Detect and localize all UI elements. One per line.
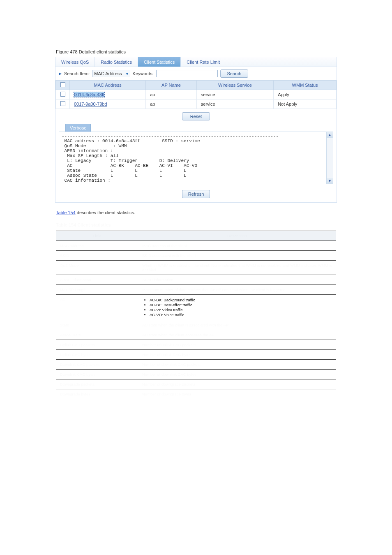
table-row: AC AC-BK: Background traffic AC-BE: Best… — [56, 295, 336, 320]
verbose-output-area: ----------------------------------------… — [59, 132, 333, 184]
refresh-row: Refresh — [55, 184, 337, 202]
stats-panel: Wireless QoS Radio Statistics Client Sta… — [55, 57, 337, 203]
keywords-label: Keywords: — [133, 71, 154, 76]
list-item: AC-BE: Best-effort traffic — [150, 303, 332, 307]
description-table: Field Description MAC addressMAC address… — [56, 231, 336, 399]
col-mac: MAC Address — [70, 81, 146, 90]
table-row: Uplink CAC packetsNumber of uplink CAC p… — [56, 340, 336, 350]
list-item: AC-VO: Voice traffic — [150, 312, 332, 317]
mac-link[interactable]: 0014-6c8a-43ff — [74, 92, 104, 97]
table-row: Downgrade bytesNumber of downgrade bytes — [56, 389, 336, 399]
refresh-button[interactable]: Refresh — [182, 190, 210, 198]
table-row: 0017-9a00-79bd ap service Not Apply — [56, 99, 337, 109]
col-svc: Wireless Service — [196, 81, 273, 90]
search-item-select[interactable]: MAC Address ▾ — [92, 70, 130, 77]
table-row: SSIDSSID associated with the client — [56, 251, 336, 261]
table-row: Assoc StateAC state when the client acce… — [56, 330, 336, 340]
table-row: 0014-6c8a-43ff ap service Apply — [56, 90, 337, 99]
cell-ap: ap — [146, 99, 197, 109]
th-field: Field — [56, 231, 138, 241]
scrollbar[interactable]: ▲ ▼ — [326, 132, 333, 184]
cell-wmm: Not Apply — [274, 99, 337, 109]
verbose-bar: Verbose — [55, 124, 337, 132]
keywords-input[interactable] — [156, 70, 218, 77]
col-ap: AP Name — [146, 81, 197, 90]
th-desc: Description — [138, 231, 336, 241]
tab-client-statistics[interactable]: Client Statistics — [138, 57, 181, 67]
chevron-down-icon: ▾ — [126, 72, 128, 76]
list-item: AC-VI: Video traffic — [150, 308, 332, 312]
table-ref-suffix: describes the client statistics. — [76, 210, 136, 215]
reset-row: Reset — [55, 109, 337, 124]
select-all-checkbox[interactable] — [60, 82, 65, 87]
col-wmm: WMM Status — [274, 81, 337, 90]
search-item-select-value: MAC Address — [94, 71, 122, 76]
table-row: MAC addressMAC address of the client — [56, 241, 336, 251]
row-checkbox[interactable] — [60, 92, 65, 97]
list-item: AC-BK: Background traffic — [150, 298, 332, 302]
mac-link[interactable]: 0017-9a00-79bd — [74, 102, 107, 106]
search-row: ▶ Search Item: MAC Address ▾ Keywords: S… — [55, 67, 337, 80]
table-title: Table 154 Client statistics — [56, 222, 362, 227]
table-row: Downlink CAC bytesNumber of downlink CAC… — [56, 370, 336, 379]
reset-button[interactable]: Reset — [182, 112, 210, 120]
search-item-label: Search Item: — [64, 71, 90, 76]
cell-svc: service — [196, 99, 273, 109]
row-checkbox[interactable] — [60, 101, 65, 106]
search-button[interactable]: Search — [220, 69, 248, 78]
scroll-track[interactable] — [327, 138, 333, 178]
verbose-tab[interactable]: Verbose — [65, 124, 91, 132]
cell-wmm: Apply — [274, 90, 337, 99]
ac-list: AC-BK: Background traffic AC-BE: Best-ef… — [142, 298, 332, 317]
table-row: Max SP LengthMaximum number of data pack… — [56, 285, 336, 295]
table-ref-caption: Table 154 describes the client statistic… — [56, 210, 362, 215]
tab-wireless-qos[interactable]: Wireless QoS — [55, 57, 95, 67]
table-row: Downgrade packetsNumber of downgrade pac… — [56, 379, 336, 389]
cell-svc: service — [196, 90, 273, 99]
search-arrow-icon: ▶ — [59, 72, 62, 76]
table-row: Uplink CAC bytesNumber of uplink CAC byt… — [56, 350, 336, 360]
tab-client-rate-limit[interactable]: Client Rate Limit — [181, 57, 226, 67]
tab-radio-statistics[interactable]: Radio Statistics — [95, 57, 138, 67]
table-row: Downlink CAC packetsNumber of downlink C… — [56, 360, 336, 370]
scroll-up-icon[interactable]: ▲ — [327, 132, 333, 138]
cell-ap: ap — [146, 90, 197, 99]
table-row: APSD informationAPSD information — [56, 275, 336, 285]
verbose-text: ----------------------------------------… — [59, 132, 333, 184]
figure-caption: Figure 478 Detailed client statistics — [56, 49, 362, 54]
client-table: MAC Address AP Name Wireless Service WMM… — [55, 80, 337, 109]
table-row: QoS ModeWhether WMM is enabled on the cl… — [56, 261, 336, 275]
table-ref-link[interactable]: Table 154 — [56, 210, 76, 215]
table-row: StateAC state when the client is associa… — [56, 320, 336, 330]
scroll-down-icon[interactable]: ▼ — [327, 178, 333, 184]
tabs: Wireless QoS Radio Statistics Client Sta… — [55, 57, 337, 67]
